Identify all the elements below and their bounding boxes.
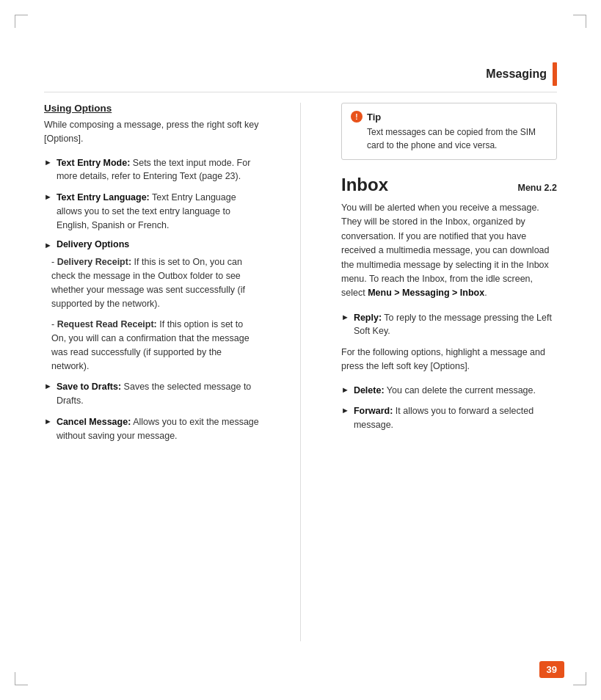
inbox-menu-label: Menu 2.2 (518, 183, 558, 193)
cancel-message-item: Cancel Message: Allows you to exit the m… (57, 415, 260, 443)
save-to-drafts-item: Save to Drafts: Saves the selected messa… (57, 380, 260, 408)
list-item: ► Delete: You can delete the current mes… (341, 384, 557, 398)
delete-label: Delete: (354, 385, 385, 395)
bullet-arrow-icon: ► (341, 406, 349, 415)
top-divider (44, 92, 557, 92)
tip-text: Text messages can be copied from the SIM… (367, 125, 547, 152)
bullet-arrow-icon: ► (44, 417, 52, 426)
request-read-receipt-label: Request Read Receipt: (57, 319, 157, 329)
options-intro: For the following options, highlight a m… (341, 346, 557, 373)
page-number: 39 (539, 661, 564, 678)
bullet-arrow-icon: ► (44, 158, 52, 167)
reply-label: Reply: (354, 313, 382, 323)
cancel-message-label: Cancel Message: (57, 417, 131, 427)
inbox-header: Inbox Menu 2.2 (341, 175, 557, 195)
page-title: Messaging (486, 68, 547, 81)
text-entry-mode-label: Text Entry Mode: (57, 158, 130, 168)
using-options-intro: While composing a message, press the rig… (44, 118, 260, 146)
forward-label: Forward: (354, 406, 393, 416)
corner-mark-tr (573, 15, 586, 28)
left-column: Using Options While composing a message,… (44, 103, 267, 641)
page-header: Messaging (486, 62, 601, 86)
inbox-title: Inbox (341, 175, 388, 195)
list-item: ► Forward: It allows you to forward a se… (341, 404, 557, 432)
list-item: - Delivery Receipt: If this is set to On… (51, 255, 260, 310)
delivery-options-label: Delivery Options (57, 239, 129, 249)
header-bar (553, 62, 557, 86)
bullet-arrow-icon: ► (44, 192, 52, 201)
main-content: Using Options While composing a message,… (44, 103, 557, 641)
using-options-heading: Using Options (44, 103, 260, 114)
column-separator (300, 103, 301, 641)
right-column: ! Tip Text messages can be copied from t… (334, 103, 557, 641)
tip-header: ! Tip (351, 111, 547, 123)
list-item: ► Text Entry Language: Text Entry Langua… (44, 191, 260, 232)
list-item: ► Reply: To reply to the message pressin… (341, 311, 557, 339)
bullet-arrow-icon: ► (44, 241, 52, 249)
tip-icon: ! (351, 111, 363, 123)
tip-box: ! Tip Text messages can be copied from t… (341, 103, 557, 160)
list-item: ► Save to Drafts: Saves the selected mes… (44, 380, 260, 408)
bullet-arrow-icon: ► (341, 385, 349, 394)
list-item: ► Text Entry Mode: Sets the text input m… (44, 156, 260, 184)
tip-title: Tip (367, 112, 381, 123)
list-item: ► Cancel Message: Allows you to exit the… (44, 415, 260, 443)
delete-item: Delete: You can delete the current messa… (354, 384, 536, 398)
corner-mark-bl (15, 672, 28, 685)
bullet-arrow-icon: ► (341, 313, 349, 321)
inbox-menu-path: Menu > Messaging > Inbox (368, 288, 484, 298)
forward-item: Forward: It allows you to forward a sele… (354, 404, 557, 432)
text-entry-language-label: Text Entry Language: (57, 192, 150, 203)
inbox-description: You will be alerted when you receive a m… (341, 201, 557, 301)
list-item: - Request Read Receipt: If this option i… (51, 318, 260, 373)
dash-icon: - (51, 319, 57, 329)
delivery-receipt-label: Delivery Receipt: (57, 257, 131, 267)
delete-text: You can delete the current message. (387, 385, 536, 395)
reply-text: To reply to the message pressing the Lef… (354, 313, 552, 337)
corner-mark-tl (15, 15, 28, 28)
text-entry-language-item: Text Entry Language: Text Entry Language… (57, 191, 260, 232)
corner-mark-br (573, 672, 586, 685)
delivery-options-heading-item: ► Delivery Options (44, 239, 260, 249)
save-to-drafts-label: Save to Drafts: (57, 382, 121, 392)
bullet-arrow-icon: ► (44, 382, 52, 390)
text-entry-mode-item: Text Entry Mode: Sets the text input mod… (57, 156, 260, 184)
dash-icon: - (51, 257, 57, 267)
reply-item: Reply: To reply to the message pressing … (354, 311, 557, 339)
